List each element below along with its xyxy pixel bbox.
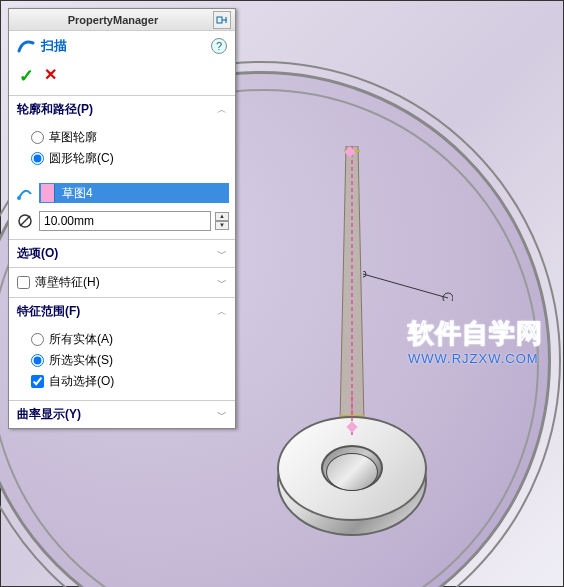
radio-circle-profile[interactable]: 圆形轮廓(C) [31,148,227,169]
section-thin: 薄壁特征(H) ﹀ [9,267,235,297]
watermark-url: WWW.RJZXW.COM [408,351,543,366]
path-value: 草图4 [56,185,99,202]
check-auto-select[interactable]: 自动选择(O) [31,371,227,392]
model-scene [227,1,563,586]
radio-label: 所选实体(S) [49,352,113,369]
checkbox-input[interactable] [31,375,44,388]
path-field-row: 草图4 [9,181,235,205]
section-profile-path: 轮廓和路径(P) ︿ 草图轮廓 圆形轮廓(C) 草图4 [9,95,235,233]
checkbox-label: 自动选择(O) [49,373,114,390]
path-icon [15,183,35,203]
boss-hole-bottom [326,453,378,491]
feature-title-row: 扫描 ? [9,31,235,61]
svg-line-12 [20,216,30,226]
radio-input[interactable] [31,354,44,367]
section-options: 选项(O) ﹀ [9,239,235,267]
watermark: 软件自学网 WWW.RJZXW.COM [408,316,543,366]
checkbox-input[interactable] [17,276,30,289]
section-title: 选项(O) [17,245,217,262]
svg-rect-7 [217,17,222,23]
diameter-spinner: ▲ ▼ [215,212,229,230]
confirm-row: ✓ ✕ [9,61,235,95]
section-title: 轮廓和路径(P) [17,101,217,118]
radio-sketch-profile[interactable]: 草图轮廓 [31,127,227,148]
radio-input[interactable] [31,152,44,165]
section-header-curvature[interactable]: 曲率显示(Y) ﹀ [9,401,235,428]
section-title: 特征范围(F) [17,303,217,320]
pin-button[interactable] [213,11,231,29]
sweep-icon [17,37,35,55]
spin-up-button[interactable]: ▲ [215,212,229,221]
pin-icon [216,14,228,26]
boss-cylinder [272,411,432,571]
watermark-text: 软件自学网 [408,316,543,351]
section-curvature: 曲率显示(Y) ﹀ [9,400,235,428]
panel-header: PropertyManager [9,9,235,31]
radio-label: 圆形轮廓(C) [49,150,114,167]
diameter-field-row: ▲ ▼ [9,209,235,233]
ok-button[interactable]: ✓ [19,65,34,87]
path-selection-field[interactable]: 草图4 [39,183,229,203]
property-manager-panel: PropertyManager 扫描 ? ✓ ✕ 轮廓和路径(P) ︿ [8,8,236,429]
thin-feature-checkbox[interactable]: 薄壁特征(H) ﹀ [9,268,235,297]
radio-all-bodies[interactable]: 所有实体(A) [31,329,227,350]
panel-title: PropertyManager [13,14,213,26]
viewport-3d[interactable]: 软件自学网 WWW.RJZXW.COM PropertyManager 扫描 ?… [0,0,564,587]
diameter-input[interactable] [39,211,211,231]
radio-input[interactable] [31,131,44,144]
section-header-scope[interactable]: 特征范围(F) ︿ [9,298,235,325]
section-body-scope: 所有实体(A) 所选实体(S) 自动选择(O) [9,325,235,400]
path-color-swatch [41,184,55,202]
section-header-options[interactable]: 选项(O) ﹀ [9,240,235,267]
radio-input[interactable] [31,333,44,346]
callout-leader [363,271,453,301]
chevron-up-icon: ︿ [217,103,227,117]
chevron-down-icon: ﹀ [217,247,227,261]
svg-point-10 [17,196,21,200]
chevron-down-icon: ﹀ [217,408,227,422]
section-body-profile: 草图轮廓 圆形轮廓(C) [9,123,235,177]
checkbox-label: 薄壁特征(H) [35,274,100,291]
help-button[interactable]: ? [211,38,227,54]
radio-label: 所有实体(A) [49,331,113,348]
chevron-down-icon: ﹀ [217,276,227,290]
diameter-icon [15,211,35,231]
section-header-profile[interactable]: 轮廓和路径(P) ︿ [9,96,235,123]
cancel-button[interactable]: ✕ [44,65,57,87]
radio-label: 草图轮廓 [49,129,97,146]
section-title: 曲率显示(Y) [17,406,217,423]
spin-down-button[interactable]: ▼ [215,221,229,230]
chevron-up-icon: ︿ [217,305,227,319]
section-scope: 特征范围(F) ︿ 所有实体(A) 所选实体(S) 自动选择(O) [9,297,235,400]
svg-line-4 [363,274,448,298]
feature-name: 扫描 [41,37,205,55]
radio-selected-bodies[interactable]: 所选实体(S) [31,350,227,371]
